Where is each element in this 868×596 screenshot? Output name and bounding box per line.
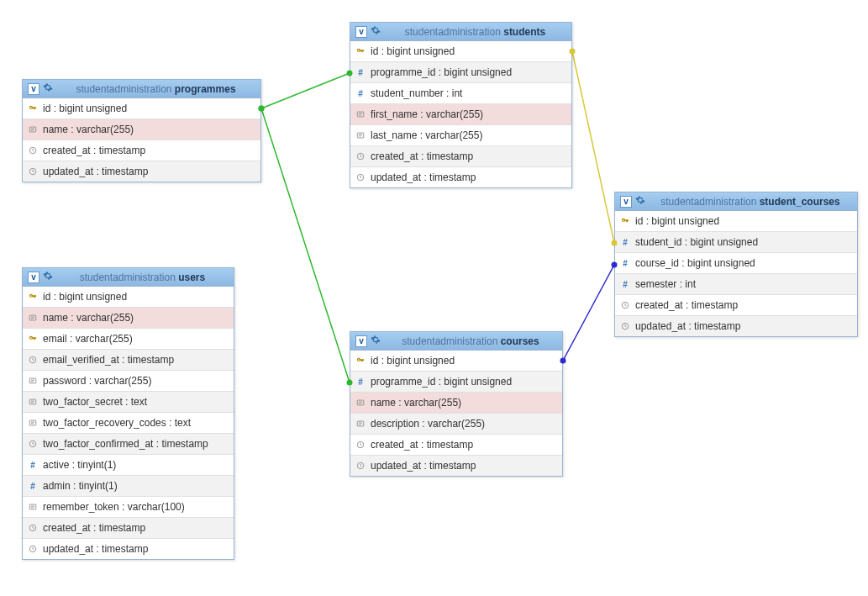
key-icon [620,217,630,225]
column-row[interactable]: #active : tinyint(1) [23,455,234,476]
column-row[interactable]: name : varchar(255) [23,308,234,329]
column-row[interactable]: updated_at : timestamp [615,316,857,336]
column-label: created_at : timestamp [43,145,145,156]
table-programmes[interactable]: vstudentadministration programmesid : bi… [22,79,261,182]
gear-icon[interactable] [635,195,645,208]
table-users[interactable]: vstudentadministration usersid : bigint … [22,267,234,560]
clock-icon [620,301,630,309]
column-label: updated_at : timestamp [43,543,148,555]
svg-rect-24 [29,399,36,404]
hash-icon: # [355,377,366,387]
hash-icon: # [28,482,38,491]
column-row[interactable]: last_name : varchar(255) [350,125,571,146]
clock-icon [28,146,38,155]
table-name: courses [501,335,539,347]
column-row[interactable]: #programme_id : bigint unsigned [350,62,571,83]
text-icon [28,398,38,406]
column-row[interactable]: #programme_id : bigint unsigned [350,372,562,393]
column-row[interactable]: id : bigint unsigned [350,41,571,62]
column-row[interactable]: two_factor_confirmed_at : timestamp [23,434,234,455]
column-row[interactable]: description : varchar(255) [350,414,562,435]
gear-icon[interactable] [371,25,381,38]
svg-line-0 [261,73,350,108]
column-label: name : varchar(255) [43,124,134,135]
column-row[interactable]: updated_at : timestamp [350,456,562,476]
table-title: studentadministration courses [384,335,557,347]
clock-icon [355,440,366,449]
column-row[interactable]: created_at : timestamp [350,435,562,456]
table-header[interactable]: vstudentadministration programmes [23,80,260,98]
column-label: updated_at : timestamp [371,460,476,472]
svg-rect-4 [29,127,36,132]
database-name: studentadministration [80,272,176,283]
text-icon [28,503,38,511]
designer-toggle-icon[interactable]: v [28,272,39,283]
column-label: id : bigint unsigned [635,215,719,227]
column-row[interactable]: id : bigint unsigned [23,287,234,308]
column-row[interactable]: updated_at : timestamp [350,167,571,187]
table-title: studentadministration users [56,272,229,283]
svg-rect-27 [29,420,36,425]
column-row[interactable]: name : varchar(255) [350,393,562,414]
column-row[interactable]: password : varchar(255) [23,371,234,392]
column-row[interactable]: #admin : tinyint(1) [23,476,234,497]
table-header[interactable]: vstudentadministration student_courses [615,193,857,211]
column-row[interactable]: id : bigint unsigned [350,351,562,372]
column-row[interactable]: first_name : varchar(255) [350,104,571,125]
column-row[interactable]: two_factor_recovery_codes : text [23,413,234,434]
column-label: updated_at : timestamp [43,166,148,177]
key-icon [355,356,366,365]
column-label: programme_id : bigint unsigned [371,376,512,388]
gear-icon[interactable] [43,271,53,283]
designer-toggle-icon[interactable]: v [355,26,367,38]
column-row[interactable]: email : varchar(255) [23,329,234,350]
column-row[interactable]: updated_at : timestamp [23,539,234,559]
column-row[interactable]: id : bigint unsigned [23,98,260,119]
column-row[interactable]: two_factor_secret : text [23,392,234,413]
hash-icon: # [620,280,630,289]
hash-icon: # [355,68,366,77]
table-name: student_courses [760,196,840,208]
column-row[interactable]: email_verified_at : timestamp [23,350,234,371]
svg-rect-17 [29,315,36,320]
gear-icon[interactable] [43,82,53,95]
column-label: first_name : varchar(255) [371,108,483,120]
table-header[interactable]: vstudentadministration users [23,268,234,287]
column-label: name : varchar(255) [371,397,461,409]
key-icon [28,104,38,113]
table-student_courses[interactable]: vstudentadministration student_coursesid… [614,192,858,337]
table-name: users [178,272,205,283]
column-row[interactable]: updated_at : timestamp [23,161,260,182]
column-label: two_factor_recovery_codes : text [43,417,191,429]
column-row[interactable]: created_at : timestamp [23,140,260,161]
table-name: students [503,26,545,38]
column-label: updated_at : timestamp [371,171,476,183]
column-row[interactable]: created_at : timestamp [615,295,857,316]
column-row[interactable]: created_at : timestamp [350,146,571,167]
column-label: remember_token : varchar(100) [43,501,185,513]
column-row[interactable]: #semester : int [615,274,857,295]
column-row[interactable]: created_at : timestamp [23,518,234,539]
column-label: id : bigint unsigned [43,103,127,114]
column-row[interactable]: #student_number : int [350,83,571,104]
column-row[interactable]: #student_id : bigint unsigned [615,232,857,253]
hash-icon: # [28,461,38,470]
database-name: studentadministration [76,83,171,95]
column-row[interactable]: remember_token : varchar(100) [23,497,234,518]
column-row[interactable]: id : bigint unsigned [615,211,857,232]
designer-toggle-icon[interactable]: v [28,83,39,95]
designer-toggle-icon[interactable]: v [620,196,632,208]
column-label: last_name : varchar(255) [371,129,482,141]
column-row[interactable]: #course_id : bigint unsigned [615,253,857,274]
table-courses[interactable]: vstudentadministration coursesid : bigin… [350,331,563,477]
column-label: student_number : int [371,87,462,99]
designer-toggle-icon[interactable]: v [355,335,367,347]
column-label: active : tinyint(1) [43,459,116,471]
table-header[interactable]: vstudentadministration courses [350,332,562,351]
table-title: studentadministration students [384,26,566,38]
gear-icon[interactable] [371,335,381,347]
column-row[interactable]: name : varchar(255) [23,119,260,140]
table-students[interactable]: vstudentadministration studentsid : bigi… [350,22,572,188]
table-header[interactable]: vstudentadministration students [350,23,571,41]
svg-rect-36 [357,400,364,405]
